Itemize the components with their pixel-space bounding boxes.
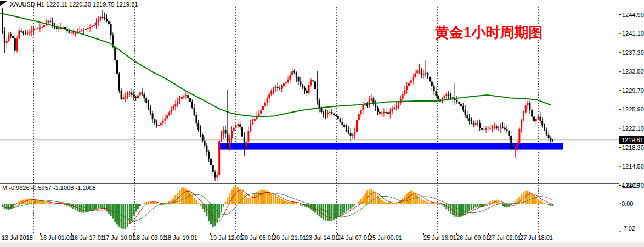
time-axis-label: 24 Jul 07:01 bbox=[337, 234, 370, 241]
price-axis-label: 1233.50 bbox=[622, 68, 644, 75]
price-axis-label: 1237.30 bbox=[622, 49, 644, 56]
chart-title-ohlc: XAUUSD,H1 1220.11 1220.30 1219.75 1219.8… bbox=[10, 1, 138, 8]
price-axis-label: 1218.30 bbox=[622, 144, 644, 151]
time-axis-label: 25 Jul 00:01 bbox=[369, 234, 402, 241]
indicator-axis-label: 0.00 bbox=[622, 200, 633, 207]
price-axis-label: 1222.10 bbox=[622, 125, 644, 132]
price-axis-label: 1241.10 bbox=[622, 30, 644, 37]
indicator-axis-label: 4.6405 bbox=[622, 182, 640, 189]
price-chart-canvas[interactable] bbox=[0, 0, 644, 247]
price-axis-label: 1229.70 bbox=[622, 87, 644, 94]
indicator-values-label: M -0.9626 -0.5957 -1.1008 -1.1008 bbox=[2, 184, 96, 191]
time-axis-label: 18 Jul 19:01 bbox=[165, 234, 197, 241]
time-axis-label: 16 Jul 01:01 bbox=[40, 234, 73, 241]
price-axis-label: 1214.50 bbox=[622, 163, 644, 170]
time-axis-label: 20 Jul 21:01 bbox=[273, 234, 306, 241]
time-axis-label: 27 Jul 18:01 bbox=[520, 234, 553, 241]
time-axis-label: 25 Jul 16:01 bbox=[423, 234, 456, 241]
chart-marker-icon bbox=[0, 1, 7, 6]
time-axis-label: 27 Jul 02:01 bbox=[488, 234, 521, 241]
current-price-tag: 1219.81 bbox=[619, 136, 644, 144]
price-axis-label: 1244.90 bbox=[622, 12, 644, 18]
time-axis-label: 16 Jul 17:01 bbox=[71, 234, 104, 241]
time-axis-label: 17 Jul 10:01 bbox=[103, 234, 135, 241]
price-axis-label: 1225.90 bbox=[622, 106, 644, 113]
window-bottom-edge bbox=[0, 242, 644, 247]
time-axis-label: 26 Jul 09:01 bbox=[456, 234, 489, 241]
time-axis-label: 23 Jul 14:01 bbox=[306, 234, 338, 241]
time-axis-label: 13 Jul 2018 bbox=[2, 234, 33, 241]
time-axis-label: 20 Jul 05:01 bbox=[241, 234, 274, 241]
annotation-text: 黄金1小时周期图 bbox=[435, 23, 543, 42]
time-axis-label: 18 Jul 03:01 bbox=[133, 234, 166, 241]
time-axis-label: 19 Jul 12:01 bbox=[210, 234, 243, 241]
indicator-axis-label: -7.02 bbox=[622, 225, 635, 232]
